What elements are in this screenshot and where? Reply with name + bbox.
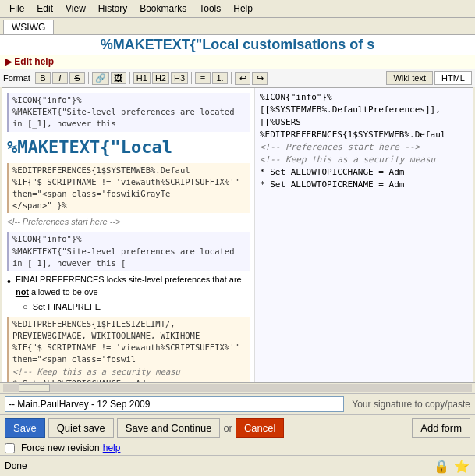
undo-button[interactable]: ↩ [235, 72, 250, 85]
bullet-icon-1: • [7, 274, 11, 290]
cancel-button[interactable]: Cancel [236, 418, 284, 438]
image-button[interactable]: 🖼 [111, 72, 126, 84]
separator3 [191, 72, 192, 84]
code-line-1: %ICON{"info"}% [12, 95, 82, 105]
menu-edit[interactable]: Edit [30, 2, 59, 16]
format-label: Format [3, 73, 30, 83]
horizontal-scrollbar[interactable] [0, 382, 475, 393]
wiki-text-tab[interactable]: Wiki text [386, 71, 433, 85]
save-button[interactable]: Save [5, 418, 45, 438]
redo-button[interactable]: ↪ [252, 72, 268, 85]
code-line-11: %IF{"$ SCRIPTNAME != 'viewauth%SCRIPTSUF… [12, 343, 239, 364]
force-help-link[interactable]: help [103, 442, 121, 453]
action-bar: Save Quiet save Save and Continue or Can… [0, 414, 475, 441]
separator [88, 72, 89, 84]
main-content: %ICON{"info"}% %MAKETEXT{"Site-level pre… [2, 87, 473, 382]
code-line-12: <!-- Keep this as a security measu [12, 367, 180, 376]
left-panel[interactable]: %ICON{"info"}% %MAKETEXT{"Site-level pre… [2, 88, 254, 382]
rp-line-1: %ICON{"info"}% [260, 91, 468, 104]
menu-history[interactable]: History [92, 2, 133, 16]
main-tab[interactable]: WSIWG [3, 20, 54, 34]
rp-line-5: <!-- Keep this as a security measu [260, 154, 468, 166]
h2-button[interactable]: H2 [152, 72, 169, 84]
or-label: or [223, 422, 232, 434]
status-label: Done [5, 460, 27, 471]
rp-line-3: %EDITPREFERENCES{1$SYSTEMWEB%.Defaul [260, 129, 468, 141]
code-line-6: </span>" }% [12, 201, 67, 210]
code-line-5: %IF{"$ SCRIPTNAME != 'viewauth%SCRIPTSUF… [12, 177, 239, 198]
strike-button[interactable]: S [69, 72, 85, 84]
menu-file[interactable]: File [3, 2, 30, 16]
italic-button[interactable]: I [52, 72, 68, 84]
code-block-2: %EDITPREFERENCES{1$SYSTEMWEB%.Defaul %IF… [7, 163, 250, 214]
rp-line-6: * Set ALLOWTOPICCHANGE = Adm [260, 166, 468, 179]
big-code-text: %MAKETEXT{"Local [7, 135, 250, 160]
bullet-1: • FINALPREFERENCES locks site-level pref… [7, 274, 250, 314]
rp-line-4: <!-- Preferences start here --> [260, 141, 468, 154]
not-label-1: not [16, 287, 29, 297]
code-block-4: %EDITPREFERENCES{1$FILESIZELIMT/, PREVIE… [7, 317, 250, 382]
code-line-4: %EDITPREFERENCES{1$SYSTEMWEB%.Defaul [12, 165, 190, 175]
ul-button[interactable]: ≡ [195, 72, 211, 84]
save-and-continue-button[interactable]: Save and Continue [117, 418, 221, 438]
code-block-1: %ICON{"info"}% %MAKETEXT{"Site-level pre… [7, 93, 250, 132]
page-title: %MAKETEXT{"Local customisations of s [0, 34, 475, 55]
html-tab[interactable]: HTML [434, 71, 472, 85]
comment-line-1: <!-- Preferences start here --> [7, 216, 250, 229]
force-revision-label: Force new revision [21, 442, 100, 453]
add-form-button[interactable]: Add form [412, 418, 470, 438]
link-button[interactable]: 🔗 [92, 72, 109, 85]
quiet-save-button[interactable]: Quiet save [48, 418, 114, 438]
rp-line-2: [[%SYSTEMWEB%.DefaultPreferences]], [[%U… [260, 104, 468, 129]
separator2 [129, 72, 130, 84]
bullet-text-1: FINALPREFERENCES locks site-level prefer… [16, 274, 250, 299]
menu-bookmarks[interactable]: Bookmarks [133, 2, 193, 16]
sub-bullet-icon-1: ○ [23, 301, 28, 314]
right-panel: %ICON{"info"}% [[%SYSTEMWEB%.DefaultPref… [254, 88, 473, 382]
separator4 [231, 72, 232, 84]
rp-line-7: * Set ALLOWTOPICRENAME = Adm [260, 179, 468, 191]
edit-help-button[interactable]: ▶ Edit help [5, 56, 54, 67]
signature-input[interactable] [5, 396, 344, 412]
status-icons: 🔒 ⭐ [433, 457, 470, 474]
ol-button[interactable]: 1. [212, 72, 228, 84]
code-line-9: %MAKETEXT{"Site-level preferences are lo… [12, 247, 234, 268]
menu-tools[interactable]: Tools [193, 2, 227, 16]
tab-bar: WSIWG [0, 18, 475, 34]
force-revision-bar: Force new revision help [0, 441, 475, 455]
edit-help-bar: ▶ Edit help [0, 55, 475, 69]
scroll-thumb[interactable] [19, 384, 50, 392]
h3-button[interactable]: H3 [171, 72, 188, 84]
bold-button[interactable]: B [35, 72, 51, 84]
status-icon-1: 🔒 [433, 457, 450, 474]
signature-hint: Your signature to copy/paste [352, 399, 470, 410]
code-line-2: %MAKETEXT{"Site-level preferences are lo… [12, 107, 234, 128]
status-bar: Done 🔒 ⭐ [0, 455, 475, 476]
code-line-13: * Set ALLOWTOPICCHANGE = Adm [12, 378, 151, 382]
scroll-track[interactable] [3, 384, 472, 392]
code-line-8: %ICON{"info"}% [12, 234, 82, 243]
force-revision-checkbox[interactable] [5, 443, 15, 453]
menu-view[interactable]: View [59, 2, 92, 16]
menu-bar: File Edit View History Bookmarks Tools H… [0, 0, 475, 18]
h1-button[interactable]: H1 [133, 72, 151, 84]
signature-bar: Your signature to copy/paste [0, 393, 475, 414]
code-block-3: %ICON{"info"}% %MAKETEXT{"Site-level pre… [7, 232, 250, 271]
sub-bullet-text-1: Set FINALPREFE [33, 301, 101, 314]
menu-help[interactable]: Help [227, 2, 259, 16]
view-tabs: Wiki text HTML [386, 71, 472, 85]
code-line-10: %EDITPREFERENCES{1$FILESIZELIMT/, PREVIE… [12, 319, 200, 340]
format-toolbar: Format B I S 🔗 🖼 H1 H2 H3 ≡ 1. ↩ ↪ Wiki … [0, 69, 475, 87]
status-icon-2: ⭐ [453, 457, 470, 474]
